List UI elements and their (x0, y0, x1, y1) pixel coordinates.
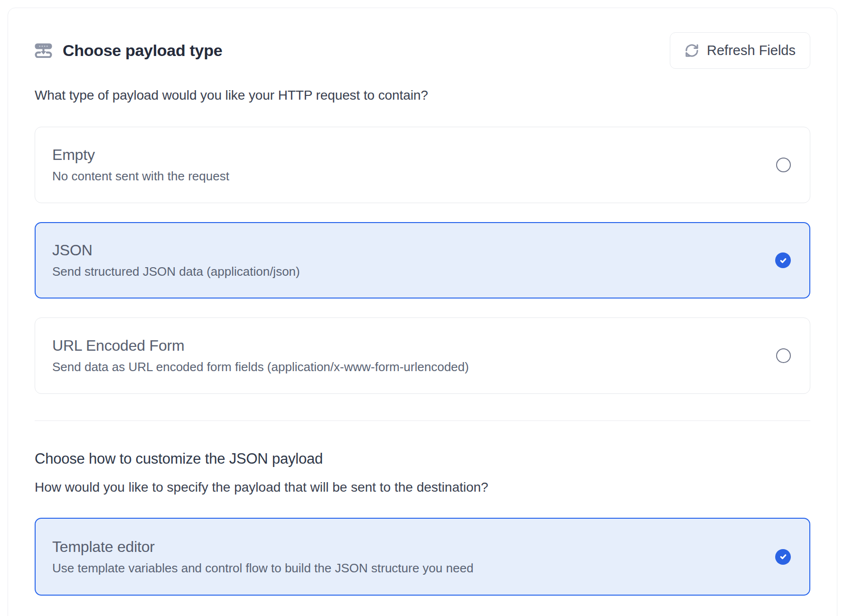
radio-selected-check-icon[interactable] (775, 252, 791, 268)
section-divider (35, 420, 810, 421)
payload-type-question: What type of payload would you like your… (35, 88, 810, 103)
refresh-button-label: Refresh Fields (707, 43, 796, 58)
option-description: No content sent with the request (52, 169, 776, 184)
option-text: JSON Send structured JSON data (applicat… (52, 242, 775, 279)
option-text: URL Encoded Form Send data as URL encode… (52, 337, 776, 374)
panel-header: Choose payload type Refresh Fields (35, 32, 810, 69)
refresh-fields-button[interactable]: Refresh Fields (670, 32, 810, 69)
customize-section-question: How would you like to specify the payloa… (35, 480, 810, 495)
payload-type-options: Empty No content sent with the request J… (35, 127, 810, 394)
option-card-url-encoded-form[interactable]: URL Encoded Form Send data as URL encode… (35, 317, 810, 394)
customize-section-heading: Choose how to customize the JSON payload (35, 450, 810, 467)
option-title: JSON (52, 242, 775, 259)
radio-selected-check-icon[interactable] (775, 549, 791, 565)
option-card-empty[interactable]: Empty No content sent with the request (35, 127, 810, 203)
option-title: Empty (52, 146, 776, 164)
header-title-group: Choose payload type (35, 41, 222, 60)
refresh-icon (685, 43, 699, 58)
option-title: URL Encoded Form (52, 337, 776, 355)
option-text: Template editor Use template variables a… (52, 538, 775, 576)
payload-config-panel: Choose payload type Refresh Fields What … (8, 8, 837, 616)
option-title: Template editor (52, 538, 775, 556)
option-card-template-editor[interactable]: Template editor Use template variables a… (35, 518, 810, 596)
option-description: Send structured JSON data (application/j… (52, 264, 775, 279)
option-description: Use template variables and control flow … (52, 561, 775, 576)
radio-unselected-icon[interactable] (776, 348, 791, 363)
customize-options: Template editor Use template variables a… (35, 518, 810, 596)
page-title: Choose payload type (63, 41, 222, 60)
radio-unselected-icon[interactable] (776, 158, 791, 172)
option-text: Empty No content sent with the request (52, 146, 776, 184)
option-card-json[interactable]: JSON Send structured JSON data (applicat… (35, 222, 810, 299)
payload-tray-icon (35, 43, 52, 58)
option-description: Send data as URL encoded form fields (ap… (52, 360, 776, 374)
